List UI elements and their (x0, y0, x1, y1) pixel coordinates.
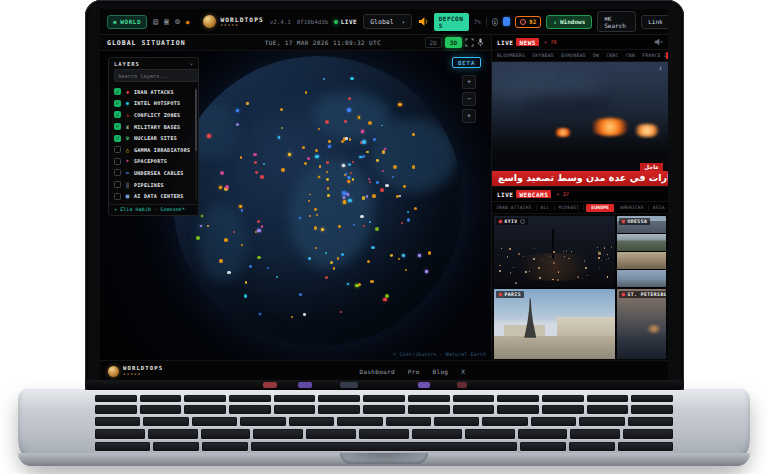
layer-item[interactable]: △ GAMMA IRRADIATORS (109, 144, 198, 156)
layer-item[interactable]: ➤ SPACEPORTS (109, 156, 198, 168)
chevron-down-icon: ▾ (402, 19, 405, 25)
speaker-icon[interactable] (418, 17, 429, 26)
channel-tab[interactable]: EURONEWS (561, 53, 586, 58)
footer-link-dashboard[interactable]: Dashboard (360, 368, 395, 375)
layer-checkbox[interactable] (114, 111, 121, 118)
mode-2d-button[interactable]: 2D (425, 37, 442, 48)
layer-checkbox[interactable] (114, 181, 121, 188)
channel-tab[interactable]: CNBC (606, 53, 619, 58)
layer-item[interactable]: ◉ INTEL HOTSPOTS (109, 98, 198, 110)
eiffel-tower-silhouette (524, 298, 536, 337)
zoom-in-button[interactable]: + (462, 75, 476, 89)
layer-label: CONFLICT ZONES (134, 112, 180, 118)
layer-label: MILITARY BASES (134, 124, 180, 130)
webcam-st-petersburg[interactable]: ST. PETERSBURG (617, 289, 666, 360)
footer-link-blog[interactable]: Blog (433, 368, 449, 375)
link-button[interactable]: Link (641, 15, 668, 29)
panels-icon[interactable]: ▤ (153, 18, 158, 26)
collapse-panel-icon[interactable]: ▾ (190, 61, 193, 67)
layer-item[interactable]: ▦ AI DATA CENTERS (109, 190, 198, 202)
layer-checkbox[interactable] (114, 158, 121, 165)
layer-icon: ▦ (124, 193, 131, 199)
layer-item[interactable]: ⚠ CONFLICT ZONES (109, 109, 198, 121)
search-button[interactable]: ⌘K Search (597, 11, 636, 32)
social-app-icon[interactable] (503, 17, 510, 26)
live-webcams-header: LIVE WEBCAMS + 27 (492, 187, 668, 202)
divider (486, 17, 487, 27)
product-hunt-badge[interactable]: 92 (515, 16, 541, 28)
webcam-grid: KYIV ODESSA (492, 214, 668, 361)
info-icon[interactable]: i (492, 18, 499, 26)
layer-label: INTEL HOTSPOTS (134, 100, 180, 106)
layer-item[interactable]: ☢ NUCLEAR SITES (109, 132, 198, 144)
channel-tab[interactable]: DW (593, 53, 599, 58)
collapse-arrow-icon[interactable]: ‹ (658, 65, 663, 72)
channel-tab[interactable]: CNN (626, 53, 635, 58)
breaking-ticker: قصف متبادل وانفجارات في عدة مدن وسط تصعي… (492, 171, 668, 186)
layer-item[interactable]: ✹ IRAN ATTACKS (109, 86, 198, 98)
map-panel-header: GLOBAL SITUATION TUE, 17 MAR 2026 11:09:… (100, 35, 491, 51)
fullscreen-icon[interactable] (465, 38, 474, 47)
mute-icon[interactable] (654, 38, 663, 46)
site-footer: WORLDTOPS ★★★★★ Dashboard Pro Blog X (100, 360, 668, 381)
multiview-thumb (617, 234, 666, 251)
webcam-tab[interactable]: AMERICAS (616, 205, 649, 210)
tabs-scroll-indicator (666, 52, 669, 59)
channel-tab[interactable]: FRANCE 24 (642, 53, 668, 58)
channel-tab[interactable]: BLOOMBERG (497, 53, 525, 58)
brand-stars: ★★★★★ (220, 22, 263, 27)
layer-checkbox[interactable] (114, 100, 121, 107)
webcam-tab[interactable]: ALL (537, 205, 555, 210)
earth-globe[interactable] (173, 56, 463, 346)
region-select[interactable]: Global ▾ (363, 14, 412, 29)
explosion-glow (588, 118, 632, 136)
world-mode-pill[interactable]: ◉ WORLD (107, 15, 147, 29)
recenter-button[interactable]: ⌖ (462, 109, 476, 123)
webcam-tab-active[interactable]: EUROPE (586, 204, 614, 212)
zoom-out-button[interactable]: − (462, 92, 476, 106)
layer-checkbox[interactable] (114, 123, 121, 130)
layer-checkbox[interactable] (114, 135, 121, 142)
webcam-tab[interactable]: IRAN ATTACKS (492, 205, 537, 210)
layer-checkbox[interactable] (114, 193, 121, 200)
building-foreground (494, 336, 615, 359)
grid-icon[interactable]: ▣ (164, 18, 169, 26)
layers-search-input[interactable] (114, 69, 199, 82)
mic-icon[interactable] (477, 38, 484, 47)
map-zoom-controls: + − ⌖ (462, 75, 476, 123)
layer-icon: ‖ (124, 182, 131, 188)
footer-links: Dashboard Pro Blog X (360, 368, 466, 375)
footer-link-x[interactable]: X (461, 368, 465, 375)
multiview-thumb (617, 270, 666, 287)
live-news-video[interactable]: ‹ عاجل قصف متبادل وانفجارات في عدة مدن و… (492, 62, 668, 187)
webcam-kyiv[interactable]: KYIV (494, 216, 615, 287)
breaking-tag: عاجل (640, 163, 663, 171)
layer-item[interactable]: ♜ MILITARY BASES (109, 121, 198, 133)
webcam-tab[interactable]: MIDEAST (555, 205, 585, 210)
defcon-badge[interactable]: DEFCON 5 (434, 13, 469, 31)
layers-title: LAYERS (114, 61, 140, 67)
globe-viewport[interactable]: BETA + − ⌖ LAYERS ▾ (100, 51, 491, 361)
mode-3d-button[interactable]: 3D (445, 37, 462, 48)
world-pill-label: WORLD (120, 18, 141, 25)
webcam-tab[interactable]: ASIA (649, 205, 668, 210)
layer-item[interactable]: ≈ UNDERSEA CABLES (109, 167, 198, 179)
settings-icon[interactable]: ⚙ (175, 18, 180, 26)
layer-checkbox[interactable] (114, 146, 121, 153)
windows-download-button[interactable]: ↓ Windows (546, 15, 592, 29)
footer-link-pro[interactable]: Pro (408, 368, 420, 375)
scrollbar-thumb[interactable] (195, 89, 197, 151)
layer-item[interactable]: ‖ PIPELINES (109, 179, 198, 191)
layer-checkbox[interactable] (114, 88, 121, 95)
webcam-paris[interactable]: PARIS (494, 289, 615, 360)
news-channel-tabs: BLOOMBERG SKYNEWS EURONEWS DW CNBC CNN F… (492, 50, 668, 62)
alert-dot-icon[interactable]: ● (186, 18, 190, 26)
layer-icon: ≈ (124, 170, 131, 176)
webcam-odessa[interactable]: ODESSA (617, 216, 666, 287)
explosion-glow (554, 128, 572, 137)
layer-checkbox[interactable] (114, 169, 121, 176)
touchbar-chip (418, 382, 430, 388)
layers-footer-note: ✦ Elia Habib · Someone* (109, 204, 198, 215)
map-panel: GLOBAL SITUATION TUE, 17 MAR 2026 11:09:… (100, 35, 492, 361)
channel-tab[interactable]: SKYNEWS (532, 53, 554, 58)
